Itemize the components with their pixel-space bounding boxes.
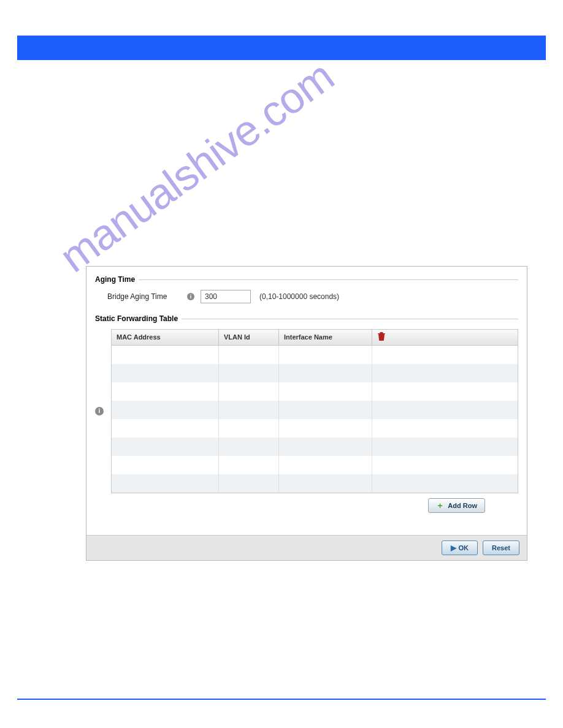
- aging-divider: [139, 279, 518, 280]
- add-row-label: Add Row: [448, 502, 477, 509]
- table-header: MAC Address VLAN Id Interface Name: [112, 330, 518, 346]
- static-forwarding-table: MAC Address VLAN Id Interface Name: [111, 329, 518, 493]
- col-header-mac-address: MAC Address: [112, 330, 219, 345]
- table-row: [112, 364, 518, 382]
- panel-footer: ▶ OK Reset: [86, 535, 527, 560]
- bridge-aging-time-label: Bridge Aging Time: [107, 292, 187, 301]
- panel-body: Aging Time Bridge Aging Time i (0,10-100…: [86, 267, 527, 535]
- bridge-aging-time-input[interactable]: [201, 290, 251, 303]
- table-body: [112, 346, 518, 493]
- play-icon: ▶: [451, 544, 456, 552]
- table-wrap: i MAC Address VLAN Id Interface Name: [95, 329, 518, 493]
- aging-time-fieldset: Aging Time Bridge Aging Time i (0,10-100…: [95, 275, 518, 303]
- trash-icon[interactable]: [378, 332, 385, 342]
- config-panel: Aging Time Bridge Aging Time i (0,10-100…: [86, 266, 527, 561]
- table-row: [112, 346, 518, 364]
- reset-button[interactable]: Reset: [483, 540, 519, 555]
- info-icon[interactable]: i: [95, 407, 104, 415]
- table-row: [112, 438, 518, 456]
- table-row: [112, 382, 518, 401]
- add-row-bar: ＋ Add Row: [95, 493, 518, 513]
- col-header-delete: [372, 330, 391, 345]
- aging-legend: Aging Time: [95, 275, 139, 284]
- static-forwarding-fieldset: Static Forwarding Table i MAC Address VL…: [95, 314, 518, 513]
- table-row: [112, 474, 518, 493]
- table-row: [112, 456, 518, 474]
- ok-label: OK: [459, 544, 469, 552]
- aging-row: Bridge Aging Time i (0,10-1000000 second…: [95, 290, 518, 303]
- static-legend-row: Static Forwarding Table: [95, 314, 518, 323]
- table-row: [112, 419, 518, 438]
- static-legend: Static Forwarding Table: [95, 314, 182, 323]
- col-header-interface-name: Interface Name: [279, 330, 372, 345]
- reset-label: Reset: [492, 544, 510, 552]
- plus-icon: ＋: [436, 500, 444, 511]
- bottom-divider: [17, 699, 546, 700]
- table-row: [112, 401, 518, 419]
- info-icon[interactable]: i: [187, 293, 194, 300]
- static-divider: [182, 319, 518, 319]
- col-header-vlan-id: VLAN Id: [219, 330, 279, 345]
- aging-hint: (0,10-1000000 seconds): [259, 292, 339, 301]
- ok-button[interactable]: ▶ OK: [442, 540, 478, 555]
- aging-legend-row: Aging Time: [95, 275, 518, 284]
- add-row-button[interactable]: ＋ Add Row: [428, 498, 485, 513]
- header-bar: [17, 36, 546, 60]
- watermark: manualshive.com: [51, 51, 343, 282]
